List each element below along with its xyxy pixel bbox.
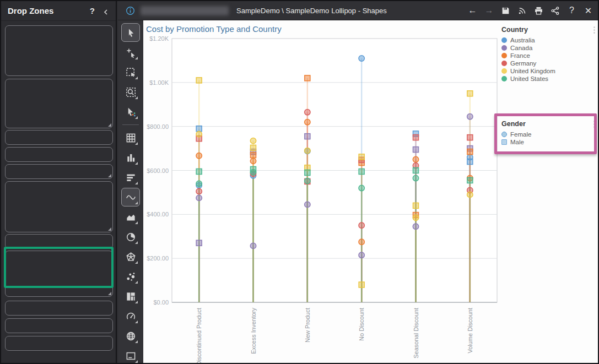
chart-point[interactable]	[250, 138, 256, 143]
treemap-icon	[126, 291, 136, 302]
drop-zone-trellis-horizontal[interactable]	[5, 147, 113, 162]
chart-point[interactable]	[196, 153, 202, 159]
pie-chart-tool[interactable]	[121, 227, 140, 246]
card-tool[interactable]	[121, 346, 140, 364]
drop-zone-trellis-vertical[interactable]	[5, 130, 113, 145]
column-chart-tool[interactable]	[121, 148, 140, 167]
legend-item-female[interactable]: Female	[501, 131, 598, 138]
chart-point[interactable]	[196, 126, 202, 132]
chart-canvas: Cost by Promotion Type and Country $1.20…	[143, 20, 598, 364]
legend-gender-menu-icon[interactable]	[590, 119, 598, 128]
chart-point[interactable]	[467, 135, 473, 140]
table-view-tool[interactable]	[121, 128, 140, 147]
drop-zones-panel: Drop Zones ?	[1, 1, 117, 364]
chart-point[interactable]	[196, 195, 202, 200]
chart-point[interactable]	[413, 224, 418, 229]
drop-zone-values[interactable]	[5, 79, 113, 128]
legend-item-united-kingdom[interactable]: United Kingdom	[501, 67, 598, 75]
chart-point[interactable]	[359, 252, 364, 258]
legend-item-france[interactable]: France	[501, 52, 598, 59]
add-tool[interactable]	[121, 43, 140, 62]
chart-point[interactable]	[359, 282, 364, 287]
drop-zone-labels[interactable]	[5, 301, 113, 316]
legend-swatch	[501, 53, 507, 58]
chart-point[interactable]	[359, 56, 364, 61]
chart-point[interactable]	[250, 158, 256, 164]
treemap-tool[interactable]	[121, 287, 140, 306]
chart-point[interactable]	[359, 169, 364, 174]
chart-point[interactable]	[251, 153, 256, 158]
chart-point[interactable]	[250, 243, 256, 248]
chart-point[interactable]	[250, 169, 256, 175]
chart-point[interactable]	[196, 169, 202, 174]
help-icon[interactable]: ?	[566, 6, 577, 16]
chart-point[interactable]	[467, 177, 473, 183]
chart-point[interactable]	[359, 239, 364, 245]
forward-icon[interactable]: →	[484, 6, 494, 16]
line-chart-tool[interactable]	[121, 188, 140, 207]
chart-point[interactable]	[413, 135, 419, 140]
chart-point[interactable]	[359, 185, 364, 191]
broadcast-icon[interactable]	[517, 6, 527, 16]
chart-point[interactable]	[467, 149, 473, 155]
save-icon[interactable]	[500, 6, 511, 16]
pointer-tool[interactable]	[121, 23, 140, 42]
legend-country-menu-icon[interactable]	[590, 25, 598, 34]
highlight-tool[interactable]	[121, 102, 140, 121]
info-icon[interactable]	[126, 6, 135, 15]
chart-point[interactable]	[467, 192, 473, 197]
chart-point[interactable]	[305, 119, 310, 124]
chart-point[interactable]	[413, 156, 418, 162]
help-icon[interactable]: ?	[90, 6, 95, 15]
print-icon[interactable]	[533, 6, 544, 16]
chart-point[interactable]	[413, 168, 419, 173]
legend-item-germany[interactable]: Germany	[501, 59, 598, 67]
drop-zone-categories[interactable]	[5, 25, 113, 76]
bar-chart-tool[interactable]	[121, 168, 140, 187]
chart-point[interactable]	[251, 145, 256, 150]
drop-zone-color[interactable]	[5, 181, 113, 232]
share-icon[interactable]	[550, 6, 560, 16]
chart-point[interactable]	[467, 114, 473, 119]
chart-point[interactable]	[359, 154, 364, 160]
area-chart-tool[interactable]	[121, 208, 140, 226]
chart-point[interactable]	[196, 131, 202, 137]
chart-point[interactable]	[467, 159, 473, 165]
legend-item-australia[interactable]: Australia	[501, 36, 598, 44]
drop-zone-filters[interactable]	[5, 164, 113, 179]
zoom-area-tool[interactable]	[121, 83, 140, 101]
chart-point[interactable]	[413, 147, 419, 153]
chart-point[interactable]	[196, 240, 202, 246]
chart-point[interactable]	[196, 78, 202, 83]
chart-point[interactable]	[305, 202, 310, 207]
chart-point[interactable]	[413, 215, 418, 220]
drop-zone-shape[interactable]	[5, 251, 113, 297]
back-icon[interactable]: ←	[467, 6, 478, 16]
close-icon[interactable]: ✕	[583, 6, 593, 16]
chart-point[interactable]	[305, 134, 310, 139]
chart-point[interactable]	[413, 203, 419, 208]
gauge-tool[interactable]	[121, 307, 140, 325]
scatter-chart-tool[interactable]	[121, 267, 140, 286]
legend-item-canada[interactable]: Canada	[501, 44, 598, 52]
drop-zone-tooltip[interactable]	[5, 318, 113, 333]
chart-point[interactable]	[305, 178, 310, 183]
drop-zone-size[interactable]	[5, 234, 113, 249]
chart-point[interactable]	[196, 181, 202, 186]
chart-point[interactable]	[305, 110, 310, 115]
radar-chart-tool[interactable]	[121, 247, 140, 266]
marquee-select-tool[interactable]	[121, 63, 140, 82]
chart-point[interactable]	[305, 148, 310, 153]
drop-zone-motion[interactable]	[5, 336, 113, 351]
legend-item-male[interactable]: Male	[501, 138, 598, 146]
chart-point[interactable]	[196, 188, 202, 194]
legend-item-united-states[interactable]: United States	[501, 75, 598, 83]
y-tick-label: $800.00	[147, 123, 169, 130]
chart-point[interactable]	[305, 75, 310, 81]
collapse-panel-icon[interactable]	[102, 8, 109, 14]
chart-point[interactable]	[359, 222, 364, 228]
map-tool[interactable]	[121, 327, 140, 345]
chart-point[interactable]	[413, 175, 418, 181]
chart-point[interactable]	[467, 91, 473, 96]
chart-point[interactable]	[305, 170, 310, 175]
